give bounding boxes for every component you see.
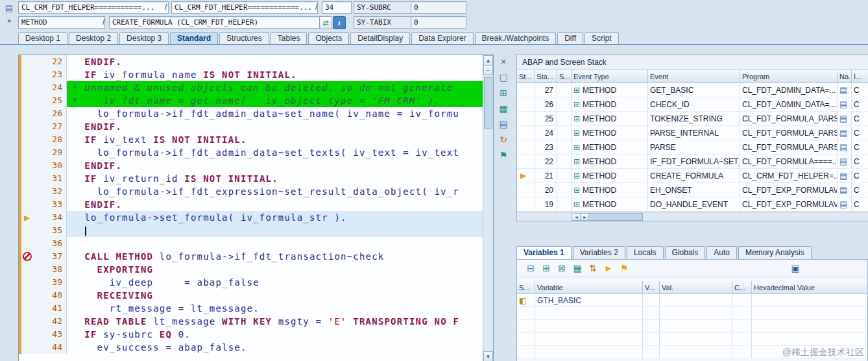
code-line-43[interactable]: 43 IF sy-subrc EQ 0.: [19, 328, 483, 341]
code-line-28[interactable]: 28 IF iv_text IS NOT INITIAL.: [19, 133, 483, 146]
line-number[interactable]: 24: [32, 81, 67, 94]
navigate-icon[interactable]: ▤: [838, 126, 852, 140]
filter-icon[interactable]: ⚑: [498, 149, 509, 161]
line-marker[interactable]: [19, 107, 32, 120]
code-line-41[interactable]: 41 rt_message = lt_message.: [19, 302, 483, 315]
line-marker[interactable]: [19, 328, 32, 341]
variables-col-variable[interactable]: Variable: [535, 281, 643, 293]
line-marker[interactable]: [19, 159, 32, 172]
delete-icon[interactable]: ⊟: [525, 262, 536, 274]
line-number[interactable]: 41: [32, 302, 67, 315]
code-line-31[interactable]: 31 IF iv_return_id IS NOT INITIAL.: [19, 172, 483, 185]
close-icon[interactable]: ×: [498, 56, 509, 68]
code-line-37[interactable]: 37 CALL METHOD lo_formula->if_fdt_transa…: [19, 250, 483, 263]
line-number[interactable]: 22: [32, 55, 67, 68]
tab-detaildisplay[interactable]: DetailDisplay: [350, 32, 410, 45]
stack-row-23[interactable]: 23⊞METHODPARSECL_FDT_FORMULA_PARS...▤C: [517, 140, 868, 155]
code-line-44[interactable]: 44 ev_success = abap_false.: [19, 341, 483, 354]
breakpoint-icon[interactable]: [19, 250, 32, 263]
line-number[interactable]: 26: [32, 107, 67, 120]
line-number[interactable]: 38: [32, 263, 67, 276]
stack-row-19[interactable]: 19⊞METHODDO_HANDLE_EVENTCL_FDT_EXP_FORMU…: [517, 197, 868, 212]
scrollbar-thumb[interactable]: [588, 213, 643, 221]
code-line-32[interactable]: 32 lo_formula->if_fdt_expression~set_res…: [19, 185, 483, 198]
tab-variables-1[interactable]: Variables 1: [516, 246, 572, 259]
variable-row-1[interactable]: [517, 307, 867, 320]
tab-desktop-2[interactable]: Desktop 2: [69, 32, 118, 45]
tab-desktop-1[interactable]: Desktop 1: [18, 32, 67, 45]
navigate-icon[interactable]: ▤: [838, 140, 852, 154]
scroll-split-button[interactable]: −: [483, 65, 493, 75]
navigate-icon[interactable]: ▤: [838, 155, 852, 168]
variable-row-3[interactable]: [517, 333, 867, 346]
line-number[interactable]: 39: [32, 276, 67, 289]
code-line-39[interactable]: 39 iv_deep = abap_false: [19, 276, 483, 289]
code-line-22[interactable]: 22 ENDIF.: [19, 55, 483, 68]
tab-break-watchpoints[interactable]: Break./Watchpoints: [475, 32, 557, 45]
tab-data-explorer[interactable]: Data Explorer: [411, 32, 473, 45]
tab-locals[interactable]: Locals: [627, 246, 664, 259]
code-line-33[interactable]: 33 ENDIF.: [19, 198, 483, 211]
line-marker[interactable]: [19, 315, 32, 328]
line-number[interactable]: 36: [32, 237, 67, 250]
line-number[interactable]: 33: [32, 198, 67, 211]
line-number[interactable]: 32: [32, 185, 67, 198]
code-line-23[interactable]: 23 IF iv_formula_name IS NOT INITIAL.: [19, 68, 483, 81]
code-line-26[interactable]: 26 lo_formula->if_fdt_admin_data~set_nam…: [19, 107, 483, 120]
variable-row-2[interactable]: [517, 320, 867, 333]
line-number[interactable]: 23: [32, 68, 67, 81]
line-marker[interactable]: [19, 94, 32, 107]
line-number[interactable]: 29: [32, 146, 67, 159]
tab-variables-2[interactable]: Variables 2: [573, 246, 625, 259]
code-line-38[interactable]: 38 EXPORTING: [19, 263, 483, 276]
list-icon[interactable]: ▤: [498, 118, 509, 130]
event-field[interactable]: CREATE_FORMULA (CL_CRM_FDT_HELPER): [109, 16, 322, 29]
editor-vertical-scrollbar[interactable]: ▲ − ▼: [483, 55, 493, 361]
variables-col-v[interactable]: V...: [643, 281, 660, 293]
navigate-icon[interactable]: ▤: [838, 112, 852, 125]
line-number-field[interactable]: 34: [322, 1, 352, 14]
variables-col-s[interactable]: S...: [517, 281, 535, 293]
line-number[interactable]: 44: [32, 341, 67, 354]
line-marker[interactable]: [19, 276, 32, 289]
stack-col-event[interactable]: Event: [648, 70, 740, 82]
stack-col-event-type[interactable]: Event Type: [572, 70, 648, 82]
stack-row-20[interactable]: 20⊞METHODEH_ONSETCL_FDT_EXP_FORMULAV...▤…: [517, 183, 868, 197]
table-swap-icon[interactable]: ⊞: [498, 87, 509, 99]
code-line-42[interactable]: 42 READ TABLE lt_message WITH KEY msgty …: [19, 315, 483, 328]
stack-col-st[interactable]: St...: [517, 70, 535, 82]
line-marker[interactable]: [19, 185, 32, 198]
line-marker[interactable]: [19, 302, 32, 315]
code-line-36[interactable]: 36: [19, 237, 483, 250]
line-marker[interactable]: [19, 81, 32, 94]
table-icon[interactable]: ▦: [572, 262, 583, 274]
line-number[interactable]: 28: [32, 133, 67, 146]
tab-objects[interactable]: Objects: [308, 32, 349, 45]
stack-row-25[interactable]: 25⊞METHODTOKENIZE_STRINGCL_FDT_FORMULA_P…: [517, 112, 868, 126]
tab-script[interactable]: Script: [585, 32, 619, 45]
tab-standard[interactable]: Standard: [170, 32, 218, 45]
tab-memory-analysis[interactable]: Memory Analysis: [738, 246, 812, 259]
tab-diff[interactable]: Diff: [557, 32, 583, 45]
grid-icon[interactable]: ▦: [498, 103, 509, 114]
code-editor[interactable]: 22 ENDIF.23 IF iv_formula_name IS NOT IN…: [18, 55, 494, 361]
line-marker[interactable]: [19, 289, 32, 302]
line-number[interactable]: 37: [32, 250, 67, 263]
insert-row-icon[interactable]: ⊞: [540, 262, 552, 274]
stack-row-21[interactable]: ►21⊞METHODCREATE_FORMULACL_CRM_FDT_HELPE…: [517, 169, 868, 183]
goto-icon[interactable]: ►: [603, 262, 614, 274]
line-marker[interactable]: [19, 172, 32, 185]
line-marker[interactable]: [19, 263, 32, 276]
code-line-40[interactable]: 40 RECEIVING: [19, 289, 483, 302]
tab-desktop-3[interactable]: Desktop 3: [119, 32, 169, 45]
line-number[interactable]: 42: [32, 315, 67, 328]
tab-globals[interactable]: Globals: [665, 246, 706, 259]
variables-col-c[interactable]: C...: [732, 281, 752, 293]
line-marker[interactable]: [19, 237, 32, 250]
refresh-icon[interactable]: ↻: [498, 134, 509, 145]
tab-auto[interactable]: Auto: [706, 246, 737, 259]
include-field[interactable]: CL_CRM_FDT_HELPER============...: [171, 1, 318, 14]
line-marker[interactable]: [19, 341, 32, 354]
code-line-35[interactable]: 35: [19, 224, 483, 237]
scroll-up-button[interactable]: ▲: [483, 55, 493, 66]
